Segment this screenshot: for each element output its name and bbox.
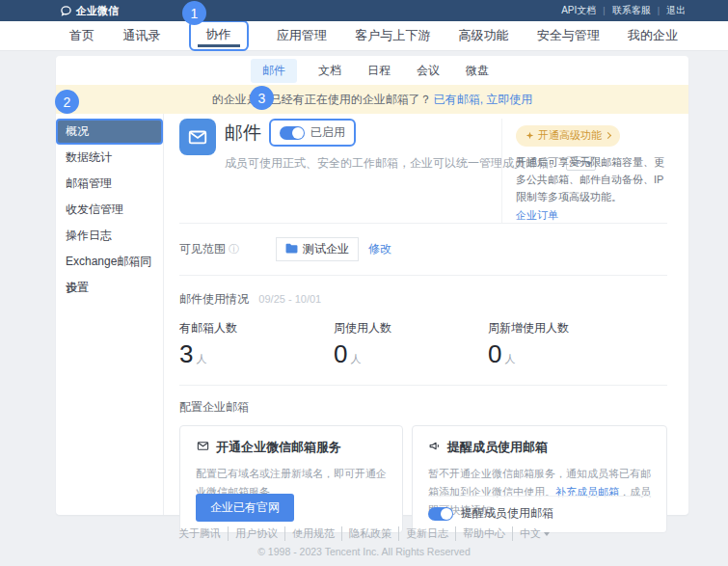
folder-icon xyxy=(285,243,298,256)
nav-item-my-company[interactable]: 我的企业 xyxy=(628,27,678,44)
stat-label: 周新增使用人数 xyxy=(488,320,642,337)
card-remind-members: 提醒成员使用邮箱 暂不开通企业微信邮箱服务，通知成员将已有邮箱添加到企业微信中使… xyxy=(412,425,667,533)
nav-item-collaboration[interactable]: 协作 xyxy=(189,20,249,51)
sidebar-item-statistics[interactable]: 数据统计 xyxy=(56,145,163,171)
stat-value: 0 xyxy=(488,339,501,368)
page-title: 邮件 xyxy=(225,121,261,146)
nav-item-contacts[interactable]: 通讯录 xyxy=(122,27,160,44)
stat-label: 有邮箱人数 xyxy=(179,320,334,337)
card1-title: 开通企业微信邮箱服务 xyxy=(216,439,341,456)
sidebar-item-send-receive[interactable]: 收发信管理 xyxy=(56,197,163,223)
nav-item-home[interactable]: 首页 xyxy=(69,27,94,44)
main-nav: 首页 通讯录 协作 应用管理 客户与上下游 高级功能 安全与管理 我的企业 xyxy=(0,21,728,51)
app-logo-label: 企业微信 xyxy=(76,4,119,18)
chevron-right-icon xyxy=(605,132,611,139)
footer-link-about[interactable]: 关于腾讯 xyxy=(172,526,228,541)
envelope-icon xyxy=(196,440,210,455)
tab-mail[interactable]: 邮件 xyxy=(251,59,297,83)
sidebar-item-exchange-sync[interactable]: Exchange邮箱同步 xyxy=(56,249,163,275)
tab-schedule[interactable]: 日程 xyxy=(363,59,395,83)
notice-banner: 的企业是否已经有正在使用的企业邮箱了？ 已有邮箱, 立即使用 xyxy=(56,85,688,114)
annotation-step-1: 1 xyxy=(182,1,206,25)
annotation-step-3: 3 xyxy=(250,86,274,110)
info-icon: ⓘ xyxy=(229,242,239,256)
configure-section-title: 配置企业邮箱 xyxy=(179,399,667,416)
mail-icon xyxy=(179,119,216,155)
nav-item-customers[interactable]: 客户与上下游 xyxy=(355,27,430,44)
stat-value: 3 xyxy=(179,339,193,368)
usage-stats: 有邮箱人数 3人 周使用人数 0人 周新增使用人数 xyxy=(179,320,667,369)
mail-app-info: 邮件 已启用 成员可使用正式、安全的工作邮箱，企业可以统一管理成员邮箱。 API xyxy=(179,119,501,223)
wecom-admin-screen: 企业微信 API文档 | 联系客服 | 退出 首页 通讯录 协作 应用管理 客户… xyxy=(0,0,728,566)
top-bar: 企业微信 API文档 | 联系客服 | 退出 xyxy=(0,0,728,21)
card-activate-mailbox-service: 开通企业微信邮箱服务 配置已有域名或注册新域名，即可开通企业微信邮箱服务。 企业… xyxy=(179,425,403,533)
remind-members-toggle[interactable] xyxy=(428,507,453,521)
stat-unit: 人 xyxy=(504,353,515,364)
scope-edit-link[interactable]: 修改 xyxy=(368,241,391,257)
topbar-links: API文档 | 联系客服 | 退出 xyxy=(561,4,686,17)
enterprise-orders-link[interactable]: 企业订单 xyxy=(516,208,558,223)
contact-support-link[interactable]: 联系客服 xyxy=(612,4,651,17)
separator: | xyxy=(603,6,605,15)
notice-use-now-link[interactable]: 已有邮箱, 立即使用 xyxy=(434,92,533,108)
mail-enabled-label: 已启用 xyxy=(310,124,345,141)
tab-drive[interactable]: 微盘 xyxy=(461,59,494,83)
premium-promo-panel: 开通高级功能 开通后可享受无限邮箱容量、更多公共邮箱、邮件自动备份、IP限制等多… xyxy=(501,119,667,223)
footer-link-privacy[interactable]: 隐私政策 xyxy=(341,526,398,541)
toggle-highlight-box: 已启用 xyxy=(269,119,356,147)
footer-link-usage-policy[interactable]: 使用规范 xyxy=(284,526,341,541)
visible-scope-row: 可见范围 ⓘ 测试企业 修改 xyxy=(179,224,667,276)
stat-unit: 人 xyxy=(196,353,206,364)
megaphone-icon xyxy=(428,440,442,455)
page-footer: 关于腾讯 用户协议 使用规范 隐私政策 更新日志 帮助中心 中文 © 1998 … xyxy=(0,526,728,557)
stat-mailbox-users: 有邮箱人数 3人 xyxy=(179,320,334,369)
footer-link-changelog[interactable]: 更新日志 xyxy=(398,526,455,541)
notice-text: 的企业是否已经有正在使用的企业邮箱了？ xyxy=(212,92,432,108)
main-nav-items: 首页 通讯录 协作 应用管理 客户与上下游 高级功能 安全与管理 我的企业 xyxy=(0,21,728,50)
panel-body: 概况 数据统计 邮箱管理 收发信管理 操作日志 Exchange邮箱同步 设置 xyxy=(56,114,688,515)
mail-enabled-toggle[interactable] xyxy=(280,126,305,140)
visible-scope-label: 可见范围 xyxy=(179,241,226,257)
remind-members-toggle-label: 提醒成员使用邮箱 xyxy=(461,505,553,522)
scope-org-name: 测试企业 xyxy=(303,241,349,257)
language-label: 中文 xyxy=(520,526,541,541)
sidebar-item-operation-log[interactable]: 操作日志 xyxy=(56,223,163,249)
sidebar: 概况 数据统计 邮箱管理 收发信管理 操作日志 Exchange邮箱同步 设置 xyxy=(56,114,164,515)
stat-value: 0 xyxy=(334,339,347,368)
caret-down-icon xyxy=(544,532,550,536)
company-has-website-button[interactable]: 企业已有官网 xyxy=(196,494,294,522)
mail-app-header: 邮件 已启用 成员可使用正式、安全的工作邮箱，企业可以统一管理成员邮箱。 API xyxy=(179,114,667,224)
upgrade-premium-button[interactable]: 开通高级功能 xyxy=(516,125,620,147)
copyright-text: © 1998 - 2023 Tencent Inc. All Rights Re… xyxy=(0,546,728,557)
stat-unit: 人 xyxy=(350,353,361,364)
card2-title: 提醒成员使用邮箱 xyxy=(447,439,548,456)
configure-mailbox-section: 配置企业邮箱 开通企业微信邮箱服务 xyxy=(179,386,667,533)
language-selector[interactable]: 中文 xyxy=(512,526,556,541)
nav-item-app-management[interactable]: 应用管理 xyxy=(277,27,327,44)
premium-promo-text: 开通后可享受无限邮箱容量、更多公共邮箱、邮件自动备份、IP限制等多项高级功能。 xyxy=(516,154,667,205)
upgrade-premium-label: 开通高级功能 xyxy=(538,128,602,143)
collaboration-tabs: 邮件 文档 日程 会议 微盘 xyxy=(56,56,688,85)
sidebar-item-overview[interactable]: 概况 xyxy=(56,119,163,145)
nav-item-security[interactable]: 安全与管理 xyxy=(537,27,600,44)
app-logo[interactable]: 企业微信 xyxy=(60,4,119,18)
tab-meeting[interactable]: 会议 xyxy=(412,59,445,83)
tab-docs[interactable]: 文档 xyxy=(313,59,346,83)
divider xyxy=(428,496,651,497)
main-content: 邮件 已启用 成员可使用正式、安全的工作邮箱，企业可以统一管理成员邮箱。 API xyxy=(164,114,688,515)
content-panel: 邮件 文档 日程 会议 微盘 的企业是否已经有正在使用的企业邮箱了？ 已有邮箱,… xyxy=(56,56,688,515)
separator: | xyxy=(658,6,660,15)
logout-link[interactable]: 退出 xyxy=(666,4,686,17)
sidebar-item-mailbox-management[interactable]: 邮箱管理 xyxy=(56,171,163,197)
api-docs-link[interactable]: API文档 xyxy=(561,4,596,17)
footer-link-user-agreement[interactable]: 用户协议 xyxy=(228,526,284,541)
stat-weekly-users: 周使用人数 0人 xyxy=(334,320,488,369)
stat-weekly-new-users: 周新增使用人数 0人 xyxy=(488,320,642,369)
footer-link-help-center[interactable]: 帮助中心 xyxy=(455,526,512,541)
stat-label: 周使用人数 xyxy=(334,320,488,337)
nav-item-advanced-features[interactable]: 高级功能 xyxy=(458,27,508,44)
usage-period: 09/25 - 10/01 xyxy=(258,293,321,305)
sidebar-item-settings[interactable]: 设置 xyxy=(56,275,163,301)
scope-org-chip[interactable]: 测试企业 xyxy=(276,237,359,261)
chat-bubble-icon xyxy=(60,5,72,17)
